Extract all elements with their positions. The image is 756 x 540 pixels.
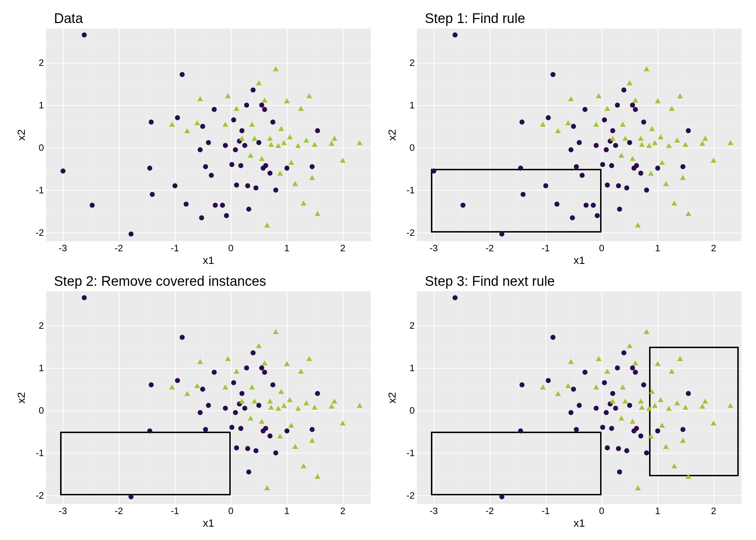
point-triangle <box>184 128 190 133</box>
point-triangle <box>315 474 320 479</box>
panel-0: Datax2-2-1012-3-2-1012x1 <box>14 11 371 266</box>
point-triangle <box>604 106 610 111</box>
point-circle <box>546 115 551 120</box>
point-circle <box>175 115 180 120</box>
point-circle <box>251 350 256 355</box>
y-tick: 2 <box>410 57 415 68</box>
point-circle <box>239 128 244 133</box>
point-circle <box>284 166 289 171</box>
point-circle <box>262 370 267 375</box>
point-triangle <box>169 122 175 127</box>
point-triangle <box>252 136 257 141</box>
point-triangle <box>278 126 284 131</box>
point-circle <box>686 391 691 396</box>
point-triangle <box>593 122 599 127</box>
x-tick: 1 <box>655 505 660 517</box>
point-circle <box>310 427 315 432</box>
x-tick: -3 <box>429 243 438 254</box>
point-circle <box>206 140 211 145</box>
point-triangle <box>248 153 253 158</box>
y-tick: 0 <box>410 405 415 416</box>
point-circle <box>604 147 609 152</box>
point-circle <box>90 203 95 208</box>
x-tick: 1 <box>284 243 289 254</box>
point-circle <box>270 382 275 387</box>
point-circle <box>431 168 436 174</box>
point-triangle <box>596 356 602 361</box>
point-triangle <box>332 399 337 404</box>
point-triangle <box>677 356 683 361</box>
point-circle <box>571 124 576 129</box>
point-circle <box>613 406 618 411</box>
panel-grid: Datax2-2-1012-3-2-1012x1Step 1: Find rul… <box>14 11 742 529</box>
x-tick: 1 <box>284 505 289 517</box>
point-triangle <box>555 391 561 396</box>
point-circle <box>600 425 605 430</box>
y-tick: 1 <box>410 99 415 111</box>
plot-area <box>417 291 742 504</box>
point-circle <box>147 428 152 433</box>
rule-rect-0 <box>431 432 602 495</box>
point-triangle <box>248 415 253 420</box>
point-triangle <box>648 171 654 176</box>
point-circle <box>273 450 278 455</box>
point-triangle <box>312 405 318 410</box>
point-triangle <box>194 383 200 388</box>
point-circle <box>615 365 620 370</box>
point-triangle <box>674 400 680 405</box>
point-triangle <box>306 93 312 98</box>
point-triangle <box>288 160 294 165</box>
x-tick: -2 <box>115 243 123 254</box>
point-triangle <box>646 406 652 411</box>
point-circle <box>129 231 134 237</box>
point-triangle <box>184 391 190 396</box>
point-triangle <box>685 474 691 479</box>
point-triangle <box>622 136 628 141</box>
point-triangle <box>659 423 665 428</box>
point-triangle <box>644 66 649 71</box>
y-tick: 2 <box>39 57 44 68</box>
point-circle <box>262 107 267 112</box>
point-triangle <box>312 142 318 147</box>
x-tick: 1 <box>655 243 660 254</box>
point-triangle <box>249 122 255 127</box>
panel-1: Step 1: Find rulex2-2-1012-3-2-1012x1 <box>385 11 742 266</box>
point-triangle <box>593 384 599 390</box>
point-triangle <box>303 400 309 405</box>
point-circle <box>82 32 87 37</box>
y-tick: 0 <box>39 142 44 153</box>
point-triangle <box>540 122 546 127</box>
point-triangle <box>295 143 301 148</box>
point-triangle <box>555 128 561 133</box>
point-circle <box>604 410 609 415</box>
point-triangle <box>610 136 616 141</box>
point-circle <box>602 380 607 385</box>
point-triangle <box>357 403 363 408</box>
point-circle <box>253 448 258 453</box>
point-triangle <box>669 106 675 111</box>
point-triangle <box>620 384 626 390</box>
point-circle <box>499 494 504 499</box>
x-tick: -1 <box>171 243 179 254</box>
point-triangle <box>699 404 705 409</box>
point-circle <box>617 207 622 212</box>
point-triangle <box>669 369 675 374</box>
point-triangle <box>197 96 203 101</box>
y-axis-label: x2 <box>15 129 27 141</box>
point-circle <box>234 183 239 188</box>
point-circle <box>223 406 228 411</box>
point-circle <box>460 203 465 208</box>
point-circle <box>621 87 626 93</box>
point-circle <box>212 370 217 375</box>
point-triangle <box>596 93 602 98</box>
point-triangle <box>239 399 245 404</box>
point-triangle <box>728 140 733 145</box>
point-triangle <box>278 389 284 394</box>
point-circle <box>570 215 575 220</box>
point-circle <box>550 72 555 77</box>
point-triangle <box>281 403 287 408</box>
point-circle <box>212 107 217 112</box>
point-circle <box>213 203 218 208</box>
panel-title: Data <box>54 11 371 26</box>
y-axis-label: x2 <box>386 392 398 404</box>
